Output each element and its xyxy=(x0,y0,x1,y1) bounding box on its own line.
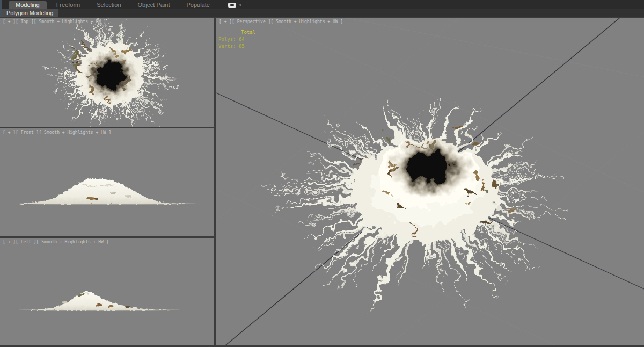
tab-selection[interactable]: Selection xyxy=(90,1,128,9)
front-view-model xyxy=(0,128,214,236)
statistics-overlay: Total Polys: 64 Verts: 85 xyxy=(218,29,255,50)
panel-tab-polygon-modeling[interactable]: Polygon Modeling xyxy=(2,9,58,17)
viewport-top-label[interactable]: [ + ][ Top ][ Smooth + Highlights + HW ] xyxy=(3,19,106,24)
viewport-top[interactable]: [ + ][ Top ][ Smooth + Highlights + HW ] xyxy=(0,18,214,127)
viewport-perspective-label[interactable]: [ + ][ Perspective ][ Smooth + Highlight… xyxy=(219,19,343,24)
top-view-model xyxy=(0,18,214,127)
viewport-front-label[interactable]: [ + ][ Front ][ Smooth + Highlights + HW… xyxy=(3,130,111,135)
ribbon-tab-row: Modeling Freeform Selection Object Paint… xyxy=(0,0,644,9)
perspective-view-model xyxy=(216,18,644,345)
viewport-left[interactable]: [ + ][ Left ][ Smooth + Highlights + HW … xyxy=(0,238,214,345)
viewport-left-label[interactable]: [ + ][ Left ][ Smooth + Highlights + HW … xyxy=(3,240,108,244)
ribbon-switcher-icon xyxy=(228,3,236,8)
viewport-perspective[interactable]: [ + ][ Perspective ][ Smooth + Highlight… xyxy=(216,18,644,345)
viewport-front[interactable]: [ + ][ Front ][ Smooth + Highlights + HW… xyxy=(0,128,214,236)
3dsmax-window: Modeling Freeform Selection Object Paint… xyxy=(0,0,644,347)
stats-polys: Polys: 64 xyxy=(218,36,255,43)
tab-populate[interactable]: Populate xyxy=(179,1,216,9)
chevron-down-icon: ▾ xyxy=(239,3,241,8)
ribbon-panel-row: Polygon Modeling xyxy=(0,9,644,17)
tab-freeform[interactable]: Freeform xyxy=(49,1,87,9)
ribbon: Modeling Freeform Selection Object Paint… xyxy=(0,0,644,17)
ribbon-display-toggle[interactable]: ▾ xyxy=(228,1,241,9)
tab-object-paint[interactable]: Object Paint xyxy=(131,1,177,9)
stats-total-label: Total xyxy=(218,29,255,36)
tab-modeling[interactable]: Modeling xyxy=(9,1,47,9)
stats-verts: Verts: 85 xyxy=(218,43,255,50)
left-view-model xyxy=(0,238,214,345)
viewport-layout: [ + ][ Top ][ Smooth + Highlights + HW ]… xyxy=(0,17,644,347)
